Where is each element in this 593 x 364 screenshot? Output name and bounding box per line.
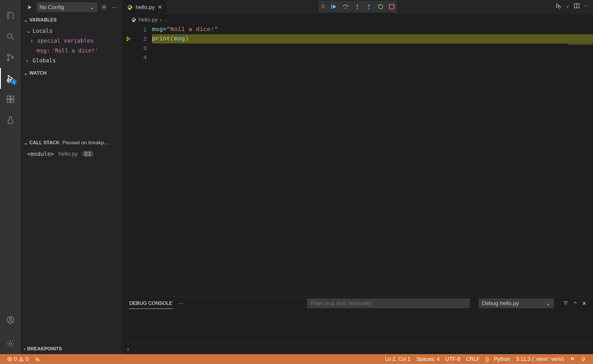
breadcrumb[interactable]: hello.py › ... — [122, 15, 593, 25]
svg-rect-14 — [332, 5, 332, 9]
sidebar-more-icon[interactable]: ⋯ — [112, 4, 118, 11]
status-errors[interactable]: 0 0 — [4, 354, 31, 364]
close-panel-icon[interactable]: ✕ — [582, 300, 587, 307]
chevron-down-icon: ⌄ — [26, 28, 33, 34]
chevron-down-icon: ⌄ — [24, 71, 28, 76]
step-out-icon[interactable] — [366, 3, 372, 10]
line-numbers: 1 2 3 4 — [136, 25, 152, 296]
console-prompt[interactable]: › — [122, 344, 593, 354]
filter-icon[interactable] — [563, 300, 569, 307]
svg-point-2 — [7, 54, 9, 56]
svg-point-31 — [37, 359, 39, 361]
breakpoints-panel: › BREAKPOINTS — [21, 343, 122, 354]
current-line: print(msg) — [152, 34, 593, 44]
status-interpreter[interactable]: 3.11.3 ('.venv': venv) — [513, 356, 567, 362]
svg-point-11 — [9, 318, 12, 320]
variables-panel: ⌄ VARIABLES ⌄ Locals › special variables… — [21, 15, 122, 68]
console-filter-input[interactable] — [307, 298, 470, 308]
svg-rect-8 — [11, 100, 14, 102]
variables-globals[interactable]: › Globals — [21, 55, 122, 65]
run-debug-icon[interactable]: 1 — [0, 68, 21, 89]
explorer-icon[interactable] — [0, 5, 21, 26]
chevron-right-icon: › — [24, 346, 26, 352]
status-eol[interactable]: CRLF — [463, 356, 483, 362]
debug-config-label: No Config — [40, 4, 64, 10]
tab-debug-console[interactable]: DEBUG CONSOLE — [129, 298, 173, 309]
watch-panel: ⌄ WATCH — [21, 68, 122, 137]
settings-gear-icon[interactable] — [0, 333, 21, 354]
svg-point-32 — [572, 358, 573, 359]
svg-point-12 — [9, 343, 12, 345]
sidebar-header: No Config ⌄ ⋯ — [21, 0, 122, 15]
source-control-icon[interactable] — [0, 47, 21, 68]
debug-toolbar[interactable]: ⠿ — [318, 1, 397, 13]
status-ln-col[interactable]: Ln 2, Col 1 — [382, 356, 413, 362]
continue-icon[interactable] — [330, 3, 337, 10]
callstack-panel: ⌄ CALL STACK Paused on breakp... <module… — [21, 137, 122, 343]
editor-area: hello.py ✕ ⠿ — [122, 0, 593, 354]
chevron-down-icon[interactable]: ⌄ — [566, 3, 569, 8]
activity-bar: 1 — [0, 0, 21, 354]
status-bar: 0 0 Ln 2, Col 1 Spaces: 4 UTF-8 CRLF {} … — [0, 354, 593, 364]
chevron-down-icon: ⌄ — [24, 140, 28, 146]
run-python-icon[interactable] — [555, 3, 562, 9]
status-debug-icon[interactable] — [31, 354, 43, 364]
variables-title[interactable]: ⌄ VARIABLES — [21, 15, 122, 25]
step-over-icon[interactable] — [342, 3, 349, 10]
close-icon[interactable]: ✕ — [158, 4, 162, 10]
chevron-right-icon: › — [26, 57, 33, 64]
callstack-status: Paused on breakp... — [62, 140, 108, 146]
status-lang[interactable]: {} Python — [483, 356, 513, 362]
svg-point-30 — [21, 360, 22, 361]
debug-config-select[interactable]: No Config ⌄ — [37, 2, 97, 12]
collapse-icon[interactable] — [573, 300, 578, 307]
tab-hello-py[interactable]: hello.py ✕ — [122, 0, 167, 15]
more-icon[interactable]: ⋯ — [584, 2, 590, 9]
chevron-down-icon: ⌄ — [24, 17, 28, 23]
watch-title[interactable]: ⌄ WATCH — [21, 68, 122, 78]
status-encoding[interactable]: UTF-8 — [442, 356, 463, 362]
chevron-right-icon: › — [127, 345, 129, 353]
search-icon[interactable] — [0, 26, 21, 47]
execution-pointer-icon — [126, 36, 132, 42]
svg-point-4 — [12, 57, 13, 58]
status-spaces[interactable]: Spaces: 4 — [413, 356, 442, 362]
restart-icon[interactable] — [377, 3, 384, 10]
variables-special[interactable]: › special variables — [21, 36, 122, 46]
svg-rect-9 — [11, 96, 14, 99]
svg-point-15 — [345, 8, 346, 9]
debug-badge: 1 — [11, 79, 17, 85]
svg-point-17 — [357, 8, 358, 10]
callstack-title[interactable]: ⌄ CALL STACK Paused on breakp... — [21, 138, 122, 148]
code-editor[interactable]: 1 2 3 4 msg = "Roll a dice!" print(msg) — [122, 25, 593, 296]
debug-config-gear-icon[interactable] — [101, 4, 107, 10]
variables-locals[interactable]: ⌄ Locals — [21, 26, 122, 36]
console-session-select[interactable]: Debug hello.py ⌄ — [479, 298, 554, 308]
accounts-icon[interactable] — [0, 309, 21, 330]
variable-msg[interactable]: msg: 'Roll a dice!' — [21, 46, 122, 55]
chevron-right-icon: › — [31, 37, 37, 44]
minimap[interactable] — [567, 42, 593, 51]
chevron-right-icon: › — [160, 17, 162, 23]
status-broadcast-icon[interactable] — [567, 356, 578, 361]
breakpoints-title[interactable]: › BREAKPOINTS — [21, 344, 122, 354]
svg-rect-6 — [7, 96, 10, 99]
svg-line-1 — [12, 38, 14, 40]
status-bell-icon[interactable] — [578, 356, 589, 361]
svg-point-20 — [558, 6, 560, 8]
svg-point-0 — [8, 34, 12, 38]
extensions-icon[interactable] — [0, 89, 21, 110]
svg-point-3 — [7, 59, 9, 61]
svg-point-13 — [103, 6, 105, 8]
bottom-panel: DEBUG CONSOLE ⋯ Debug hello.py ⌄ ✕ — [122, 296, 593, 354]
step-into-icon[interactable] — [354, 3, 361, 10]
start-debug-icon[interactable] — [27, 4, 33, 10]
testing-icon[interactable] — [0, 110, 21, 131]
drag-handle-icon[interactable]: ⠿ — [321, 3, 325, 10]
python-icon — [131, 17, 136, 22]
split-editor-icon[interactable] — [574, 3, 580, 9]
stop-icon[interactable] — [389, 4, 394, 9]
callstack-frame[interactable]: <module> hello.py 2:1 — [21, 149, 122, 159]
more-icon[interactable]: ⋯ — [178, 300, 184, 307]
chevron-down-icon: ⌄ — [546, 300, 551, 307]
